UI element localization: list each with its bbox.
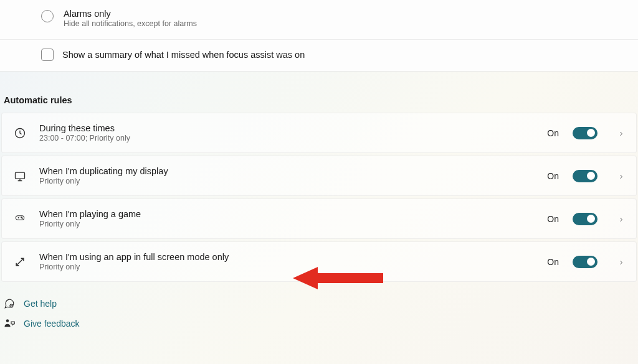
- rule-status-label: On: [547, 171, 559, 181]
- rule-subtitle: Priority only: [39, 177, 535, 185]
- radio-text: Alarms only Hide all notifications, exce…: [64, 9, 197, 28]
- rule-full-screen-app[interactable]: When I'm using an app in full screen mod…: [1, 241, 637, 282]
- rule-title: When I'm duplicating my display: [39, 166, 535, 176]
- rule-title: When I'm playing a game: [39, 209, 535, 219]
- toggle-switch[interactable]: [573, 127, 598, 139]
- chevron-right-icon: [617, 172, 625, 180]
- section-header-automatic-rules: Automatic rules: [0, 72, 638, 113]
- rule-status-label: On: [547, 214, 559, 224]
- svg-point-5: [10, 304, 13, 307]
- clock-icon: [13, 126, 27, 140]
- summary-checkbox-row[interactable]: Show a summary of what I missed when foc…: [0, 39, 638, 71]
- chevron-right-icon: [617, 215, 625, 223]
- rule-title: During these times: [39, 123, 535, 133]
- help-icon: [4, 298, 15, 309]
- gamepad-icon: [13, 212, 27, 226]
- get-help-label: Get help: [24, 299, 57, 309]
- footer-links: Get help Give feedback: [0, 282, 638, 329]
- svg-point-3: [21, 217, 22, 217]
- checkbox-icon: [41, 49, 54, 61]
- rule-during-these-times[interactable]: During these times 23:00 - 07:00; Priori…: [1, 113, 637, 153]
- rule-text: When I'm duplicating my display Priority…: [39, 166, 535, 185]
- rule-duplicating-display[interactable]: When I'm duplicating my display Priority…: [1, 156, 637, 196]
- rules-list: During these times 23:00 - 07:00; Priori…: [0, 113, 638, 282]
- rule-playing-game[interactable]: When I'm playing a game Priority only On: [1, 198, 637, 239]
- rule-text: During these times 23:00 - 07:00; Priori…: [39, 123, 535, 142]
- checkbox-label: Show a summary of what I missed when foc…: [62, 50, 305, 60]
- rule-text: When I'm using an app in full screen mod…: [39, 252, 535, 271]
- radio-option-alarms-only[interactable]: Alarms only Hide all notifications, exce…: [0, 0, 638, 39]
- radio-title: Alarms only: [64, 9, 197, 19]
- radio-subtitle: Hide all notifications, except for alarm…: [64, 19, 197, 28]
- give-feedback-link[interactable]: Give feedback: [4, 318, 634, 329]
- monitor-icon: [13, 169, 27, 183]
- rule-status-label: On: [547, 128, 559, 138]
- rule-status-label: On: [547, 257, 559, 267]
- rule-text: When I'm playing a game Priority only: [39, 209, 535, 228]
- svg-rect-1: [16, 172, 25, 179]
- toggle-switch[interactable]: [573, 170, 598, 182]
- focus-options-section: Alarms only Hide all notifications, exce…: [0, 0, 638, 72]
- chevron-right-icon: [617, 129, 625, 137]
- get-help-link[interactable]: Get help: [4, 298, 634, 309]
- svg-rect-2: [16, 215, 24, 220]
- rule-subtitle: Priority only: [39, 220, 535, 228]
- rule-subtitle: 23:00 - 07:00; Priority only: [39, 134, 535, 142]
- give-feedback-label: Give feedback: [24, 319, 80, 329]
- toggle-switch[interactable]: [573, 213, 598, 225]
- chevron-right-icon: [617, 258, 625, 266]
- svg-point-4: [22, 218, 22, 218]
- rule-title: When I'm using an app in full screen mod…: [39, 252, 535, 262]
- radio-icon: [41, 10, 54, 22]
- feedback-icon: [4, 318, 15, 329]
- rule-subtitle: Priority only: [39, 263, 535, 271]
- toggle-switch[interactable]: [573, 256, 598, 268]
- svg-point-6: [6, 319, 9, 322]
- fullscreen-icon: [13, 255, 27, 269]
